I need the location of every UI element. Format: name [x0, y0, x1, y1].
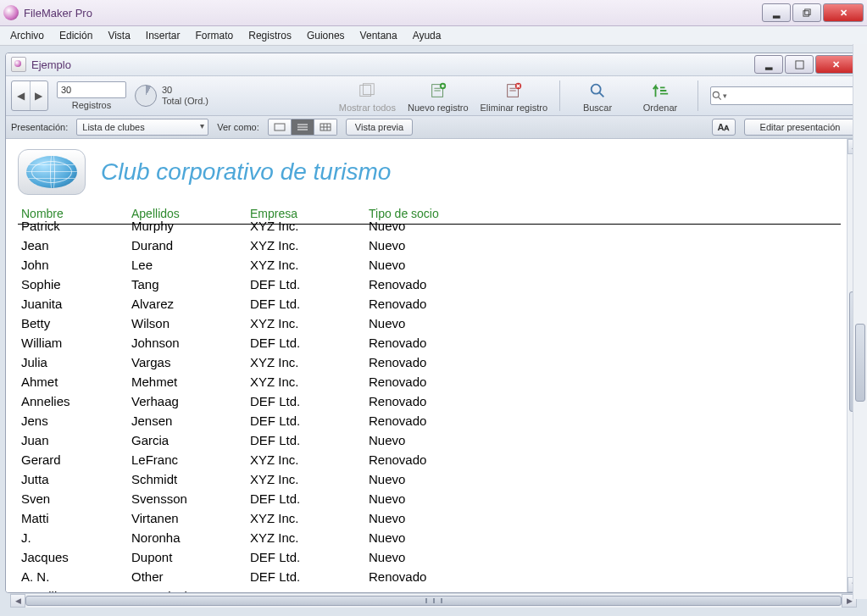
table-row[interactable]: MattiVirtanenXYZ Inc.Nuevo [18, 508, 841, 528]
menu-registros[interactable]: Registros [242, 28, 298, 43]
close-button[interactable] [823, 3, 864, 22]
table-row[interactable]: J.NoronhaXYZ Inc.Nuevo [18, 528, 841, 547]
view-form-button[interactable] [268, 119, 292, 136]
cell-apellidos[interactable]: Virtanen [128, 508, 247, 528]
cell-empresa[interactable]: XYZ Inc. [247, 314, 365, 333]
doc-maximize-button[interactable] [785, 55, 814, 74]
cell-tipo[interactable]: Renovado [365, 333, 501, 352]
prev-record-icon[interactable]: ◀ [12, 81, 31, 110]
cell-nombre[interactable]: Annelies [18, 391, 128, 411]
cell-apellidos[interactable]: Murphy [128, 216, 247, 236]
menu-guiones[interactable]: Guiones [300, 28, 352, 43]
cell-nombre[interactable]: Ahmet [18, 372, 128, 391]
quick-search[interactable]: ▾ [710, 86, 856, 105]
cell-tipo[interactable]: Nuevo [365, 469, 501, 489]
cell-empresa[interactable]: DEF Ltd. [247, 333, 365, 352]
cell-tipo[interactable]: Nuevo [365, 508, 501, 528]
doc-minimize-button[interactable] [754, 55, 783, 74]
cell-nombre[interactable]: Matti [18, 508, 128, 528]
cell-empresa[interactable]: XYZ Inc. [247, 508, 365, 528]
cell-apellidos[interactable]: Jensen [128, 411, 247, 430]
cell-apellidos[interactable]: Johnson [128, 333, 247, 352]
table-row[interactable]: JuanGarciaDEF Ltd.Nuevo [18, 430, 841, 450]
table-row[interactable]: GerardLeFrancXYZ Inc.Renovado [18, 450, 841, 469]
cell-apellidos[interactable]: Alvarez [128, 294, 247, 314]
cell-apellidos[interactable]: Garcia [128, 430, 247, 450]
cell-nombre[interactable]: Jutta [18, 469, 128, 489]
cell-tipo[interactable]: Nuevo [365, 314, 501, 333]
cell-tipo[interactable]: Nuevo [365, 255, 501, 275]
table-row[interactable]: AhmetMehmetXYZ Inc.Renovado [18, 372, 841, 391]
cell-tipo[interactable]: Renovado [365, 352, 501, 372]
cell-nombre[interactable]: Jens [18, 411, 128, 430]
table-row[interactable]: PatrickMurphyXYZ Inc.Nuevo [18, 216, 841, 236]
cell-empresa[interactable]: DEF Ltd. [247, 489, 365, 508]
table-row[interactable]: AnneliesVerhaagDEF Ltd.Renovado [18, 391, 841, 411]
cell-nombre[interactable]: Jean [18, 236, 128, 255]
find-button[interactable]: Buscar [572, 79, 623, 113]
cell-tipo[interactable]: Nuevo [365, 586, 501, 592]
cell-tipo[interactable]: Renovado [365, 391, 501, 411]
layout-selector[interactable]: Lista de clubes [76, 119, 208, 136]
table-row[interactable]: JohnLeeXYZ Inc.Nuevo [18, 255, 841, 275]
menu-ayuda[interactable]: Ayuda [406, 28, 448, 43]
cell-nombre[interactable]: Patrick [18, 216, 128, 236]
pie-icon[interactable] [135, 85, 157, 107]
view-table-button[interactable] [314, 119, 337, 136]
cell-apellidos[interactable]: LeFranc [128, 450, 247, 469]
cell-empresa[interactable]: DEF Ltd. [247, 275, 365, 294]
cell-tipo[interactable]: Nuevo [365, 489, 501, 508]
view-list-button[interactable] [292, 119, 314, 136]
cell-nombre[interactable]: Juan [18, 430, 128, 450]
cell-nombre[interactable]: J. [18, 528, 128, 547]
preview-button[interactable]: Vista previa [346, 119, 413, 136]
cell-tipo[interactable]: Renovado [365, 372, 501, 391]
cell-tipo[interactable]: Nuevo [365, 430, 501, 450]
cell-empresa[interactable]: XYZ Inc. [247, 216, 365, 236]
cell-empresa[interactable]: XYZ Inc. [247, 586, 365, 592]
cell-apellidos[interactable]: Dupont [128, 547, 247, 567]
cell-empresa[interactable]: XYZ Inc. [247, 469, 365, 489]
menu-insertar[interactable]: Insertar [139, 28, 187, 43]
outer-vertical-scrollbar[interactable] [853, 44, 867, 599]
table-row[interactable]: JensJensenDEF Ltd.Renovado [18, 411, 841, 430]
cell-tipo[interactable]: Nuevo [365, 547, 501, 567]
hscroll-left-icon[interactable]: ◀ [10, 594, 25, 608]
cell-nombre[interactable]: Betty [18, 314, 128, 333]
cell-empresa[interactable]: DEF Ltd. [247, 391, 365, 411]
table-row[interactable]: SvenSvenssonDEF Ltd.Nuevo [18, 489, 841, 508]
cell-nombre[interactable]: John [18, 255, 128, 275]
new-record-button[interactable]: Nuevo registro [408, 79, 469, 113]
table-row[interactable]: JuanitaAlvarezDEF Ltd.Renovado [18, 294, 841, 314]
sort-button[interactable]: Ordenar [635, 79, 686, 113]
cell-empresa[interactable]: DEF Ltd. [247, 547, 365, 567]
cell-nombre[interactable]: A. N. [18, 567, 128, 586]
cell-empresa[interactable]: XYZ Inc. [247, 450, 365, 469]
cell-empresa[interactable]: XYZ Inc. [247, 372, 365, 391]
menu-vista[interactable]: Vista [101, 28, 136, 43]
cell-nombre[interactable]: Sophie [18, 275, 128, 294]
hscroll-thumb[interactable] [25, 596, 842, 606]
cell-apellidos[interactable]: Papanicolaou [128, 586, 247, 592]
cell-apellidos[interactable]: Verhaag [128, 391, 247, 411]
table-row[interactable]: BettyWilsonXYZ Inc.Nuevo [18, 314, 841, 333]
menu-edicion[interactable]: Edición [53, 28, 99, 43]
cell-empresa[interactable]: DEF Ltd. [247, 294, 365, 314]
outer-horizontal-scrollbar[interactable]: ◀ ▶ [10, 593, 857, 608]
cell-apellidos[interactable]: Schmidt [128, 469, 247, 489]
next-record-icon[interactable]: ▶ [31, 81, 48, 110]
cell-nombre[interactable]: Jacques [18, 547, 128, 567]
table-row[interactable]: A. N.OtherDEF Ltd.Renovado [18, 567, 841, 586]
table-row[interactable]: JeanDurandXYZ Inc.Nuevo [18, 236, 841, 255]
quick-search-input[interactable] [727, 88, 861, 103]
table-row[interactable]: SophieTangDEF Ltd.Renovado [18, 275, 841, 294]
menu-ventana[interactable]: Ventana [353, 28, 404, 43]
cell-empresa[interactable]: XYZ Inc. [247, 255, 365, 275]
show-all-button[interactable]: Mostrar todos [339, 79, 396, 113]
cell-tipo[interactable]: Nuevo [365, 528, 501, 547]
cell-empresa[interactable]: DEF Ltd. [247, 411, 365, 430]
table-row[interactable]: VassilisPapanicolaouXYZ Inc.Nuevo [18, 586, 841, 592]
cell-apellidos[interactable]: Vargas [128, 352, 247, 372]
cell-empresa[interactable]: XYZ Inc. [247, 236, 365, 255]
cell-nombre[interactable]: Juanita [18, 294, 128, 314]
